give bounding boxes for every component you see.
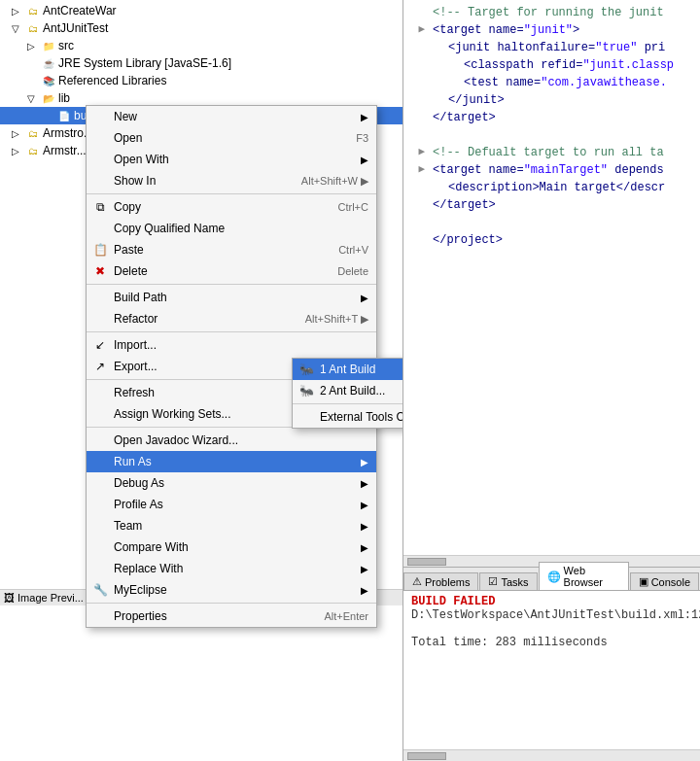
menu-separator — [293, 403, 403, 404]
tab-tasks[interactable]: ☑ Tasks — [479, 572, 537, 590]
menu-item-run-as[interactable]: Run As ▶ — [87, 451, 376, 472]
export-icon: ↗ — [92, 359, 108, 374]
folder-icon: 📁 — [41, 38, 56, 53]
tree-item-src[interactable]: ▷ 📁 src — [0, 37, 402, 54]
build-failed-text: BUILD FAILED — [411, 595, 692, 608]
tab-label: Tasks — [501, 576, 528, 588]
menu-item-delete[interactable]: ✖ Delete Delete — [87, 260, 376, 282]
tree-item-reflibs[interactable]: 📚 Referenced Libraries — [0, 72, 402, 89]
tab-label: Problems — [425, 576, 470, 588]
arrow-icon: ▶ — [361, 542, 368, 553]
browser-icon: 🌐 — [547, 571, 561, 583]
tree-label: AntJUnitTest — [43, 21, 108, 35]
code-line: <description>Main target</descr — [411, 179, 692, 196]
menu-item-paste[interactable]: 📋 Paste Ctrl+V — [87, 239, 376, 260]
arrow-icon: ▶ — [361, 521, 368, 532]
code-line: <junit haltonfailure="true" pri — [411, 39, 692, 56]
jar-icon: 📚 — [41, 73, 56, 88]
menu-item-open-with[interactable]: Open With ▶ — [87, 149, 376, 170]
submenu-item-ant1[interactable]: 🐜 1 Ant Build Alt+Shift+X, Q — [293, 359, 403, 380]
code-line: </target> — [411, 109, 692, 126]
tree-label: Referenced Libraries — [58, 74, 166, 87]
menu-item-profile-as[interactable]: Profile As ▶ — [87, 494, 376, 515]
arrow-icon: ▶ — [361, 564, 368, 574]
tree-label: src — [58, 39, 74, 52]
code-line: <!-- Target for running the junit — [411, 4, 692, 21]
code-line — [411, 126, 692, 144]
tree-label: Armstr... — [43, 144, 87, 157]
code-line — [411, 214, 692, 231]
console-line-time: Total time: 283 milliseconds — [411, 636, 692, 649]
code-line: ▶ <target name="mainTarget" depends — [411, 161, 692, 179]
tree-item-antcreatewar[interactable]: ▷ 🗂 AntCreateWar — [0, 2, 402, 19]
arrow-icon: ▶ — [361, 155, 368, 165]
bottom-tabs: ⚠ Problems ☑ Tasks 🌐 Web Browser ▣ Conso… — [403, 568, 700, 591]
tree-label: JRE System Library [JavaSE-1.6] — [58, 56, 231, 70]
submenu-item-ant2[interactable]: 🐜 2 Ant Build... — [293, 380, 403, 401]
code-line: <test name="com.javawithease. — [411, 74, 692, 91]
arrow-icon: ▶ — [361, 585, 368, 596]
warning-icon: ⚠ — [412, 575, 422, 588]
copy-icon: ⧉ — [92, 199, 108, 215]
expand-icon: ▽ — [23, 90, 39, 106]
menu-item-debug-as[interactable]: Debug As ▶ — [87, 472, 376, 494]
tree-item-jre[interactable]: ☕ JRE System Library [JavaSE-1.6] — [0, 54, 402, 72]
menu-item-copy-qualified[interactable]: Copy Qualified Name — [87, 218, 376, 239]
file-icon: 📄 — [56, 108, 72, 123]
editor-panel: <!-- Target for running the junit ▶ <tar… — [403, 0, 700, 761]
menu-item-compare-with[interactable]: Compare With ▶ — [87, 536, 376, 558]
expand-icon: ▷ — [8, 3, 23, 18]
code-editor[interactable]: <!-- Target for running the junit ▶ <tar… — [403, 0, 700, 555]
bottom-panel: ⚠ Problems ☑ Tasks 🌐 Web Browser ▣ Conso… — [403, 567, 700, 761]
submenu-item-ext-tools[interactable]: External Tools Configurations... — [293, 406, 403, 428]
menu-item-team[interactable]: Team ▶ — [87, 515, 376, 536]
menu-item-show-in[interactable]: Show In Alt+Shift+W ▶ — [87, 170, 376, 191]
menu-item-refactor[interactable]: Refactor Alt+Shift+T ▶ — [87, 308, 376, 329]
spacer — [23, 73, 39, 88]
code-line: ▶ <!-- Defualt target to run all ta — [411, 144, 692, 161]
paste-icon: 📋 — [92, 242, 108, 258]
console-output: BUILD FAILED D:\TestWorkspace\AntJUnitTe… — [403, 591, 700, 749]
arrow-icon: ▶ — [361, 457, 368, 467]
spacer — [23, 55, 39, 71]
tab-web-browser[interactable]: 🌐 Web Browser — [539, 562, 629, 590]
arrow-icon: ▶ — [361, 112, 368, 122]
tab-problems[interactable]: ⚠ Problems — [403, 572, 478, 590]
expand-icon: ▷ — [8, 125, 23, 141]
project-icon: 🗂 — [25, 20, 41, 36]
menu-item-open-javadoc[interactable]: Open Javadoc Wizard... — [87, 430, 376, 451]
menu-item-new[interactable]: New ▶ — [87, 106, 376, 127]
arrow-icon: ▶ — [361, 500, 368, 510]
import-icon: ↙ — [92, 337, 108, 353]
menu-item-open[interactable]: Open F3 — [87, 127, 376, 149]
scroll-thumb[interactable] — [407, 752, 446, 760]
folder-icon: 📂 — [41, 90, 56, 106]
menu-item-replace-with[interactable]: Replace With ▶ — [87, 558, 376, 579]
tasks-icon: ☑ — [488, 575, 498, 588]
code-line: </target> — [411, 196, 692, 214]
ant-icon: 🐜 — [298, 383, 314, 398]
delete-icon: ✖ — [92, 263, 108, 279]
tree-label: lib — [58, 91, 70, 105]
menu-item-import[interactable]: ↙ Import... — [87, 334, 376, 356]
scroll-thumb[interactable] — [407, 558, 446, 566]
console-line-path: D:\TestWorkspace\AntJUnitTest\build.xml:… — [411, 608, 692, 622]
run-as-submenu: 🐜 1 Ant Build Alt+Shift+X, Q 🐜 2 Ant Bui… — [292, 358, 403, 429]
console-icon: ▣ — [639, 575, 648, 588]
tab-label: Web Browser — [564, 565, 620, 588]
tree-item-antjunittest[interactable]: ▽ 🗂 AntJUnitTest — [0, 19, 402, 37]
myeclipse-icon: 🔧 — [92, 582, 108, 598]
spacer — [39, 108, 54, 123]
menu-item-copy[interactable]: ⧉ Copy Ctrl+C — [87, 196, 376, 218]
menu-separator — [87, 603, 376, 604]
expand-icon: ▷ — [8, 143, 23, 158]
arrow-icon: ▶ — [361, 293, 368, 303]
console-scrollbar[interactable] — [403, 749, 700, 761]
menu-item-properties[interactable]: Properties Alt+Enter — [87, 605, 376, 627]
tab-console[interactable]: ▣ Console — [630, 572, 699, 590]
code-line: </junit> — [411, 91, 692, 109]
project-explorer: ▷ 🗂 AntCreateWar ▽ 🗂 AntJUnitTest ▷ 📁 sr… — [0, 0, 403, 761]
menu-item-build-path[interactable]: Build Path ▶ — [87, 287, 376, 308]
menu-item-myeclipse[interactable]: 🔧 MyEclipse ▶ — [87, 579, 376, 601]
project-icon: 🗂 — [25, 125, 41, 141]
